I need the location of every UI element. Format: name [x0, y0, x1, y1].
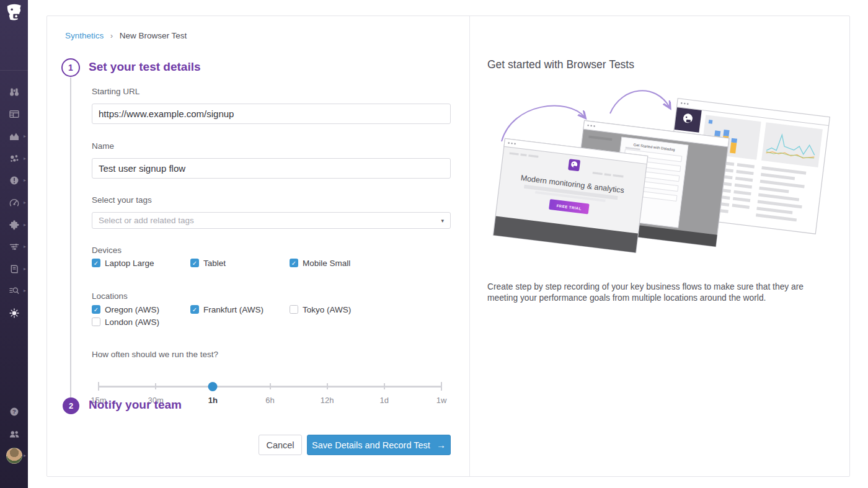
checkbox-icon: ✓: [290, 259, 298, 267]
frequency-option-1d[interactable]: 1d: [380, 396, 389, 405]
checkbox-icon: ✓: [190, 259, 199, 267]
frequency-label: How often should we run the test?: [92, 350, 218, 359]
synthetics-globe-icon: [8, 307, 20, 319]
frequency-option-6h[interactable]: 6h: [265, 396, 274, 405]
arrow-curve-2: [610, 91, 670, 113]
devices-label: Devices: [92, 246, 122, 255]
sidebar-item-synthetics[interactable]: [0, 302, 28, 324]
chevron-right-icon: ▸: [24, 200, 26, 205]
starting-url-input[interactable]: [92, 104, 451, 124]
sidebar: ▸ ▸ ▸ ▸ ▸ ▸ ▸ ▸ ? ▸: [0, 0, 28, 488]
locations-label: Locations: [92, 291, 128, 301]
frequency-option-1w[interactable]: 1w: [436, 396, 447, 405]
chevron-right-icon: ▸: [24, 244, 26, 249]
breadcrumb-current: New Browser Test: [120, 31, 187, 40]
breadcrumb: Synthetics › New Browser Test: [65, 31, 187, 40]
sidebar-item-infrastructure[interactable]: ▸: [0, 148, 28, 170]
slider-tick[interactable]: [270, 383, 271, 389]
slider-tick[interactable]: [441, 382, 442, 391]
sidebar-item-monitors[interactable]: ▸: [0, 169, 28, 192]
save-and-record-button[interactable]: Save Details and Record Test →: [307, 435, 451, 455]
chevron-right-icon: ▸: [24, 156, 26, 161]
device-mobile-small-checkbox[interactable]: ✓ Mobile Small: [290, 257, 350, 268]
checkbox-icon: ✓: [92, 305, 100, 314]
step-1-title: Set your test details: [89, 60, 201, 74]
column-divider: [469, 16, 470, 476]
metrics-chart-icon: [8, 130, 20, 143]
checkbox-icon: [92, 317, 100, 326]
svg-text:?: ?: [12, 408, 16, 415]
checkbox-icon: [290, 305, 298, 314]
right-panel-description: Create step by step recording of your ke…: [487, 282, 827, 304]
sidebar-divider: [0, 70, 28, 71]
name-input[interactable]: [92, 158, 451, 179]
binoculars-icon: [8, 86, 20, 98]
dashboard-icon: [8, 108, 20, 120]
user-avatar: [6, 448, 22, 464]
chevron-right-icon: ▸: [24, 134, 26, 139]
help-icon: ?: [8, 406, 20, 418]
puzzle-icon: [8, 219, 20, 231]
sidebar-item-team[interactable]: [0, 423, 28, 445]
chevron-right-icon: ▸: [24, 178, 26, 183]
tags-placeholder: Select or add related tags: [99, 216, 441, 225]
step-1-badge: 1: [61, 58, 80, 77]
gauge-icon: [8, 197, 20, 209]
browser-tests-illustration: Get Started with Datadog SIGN UP: [484, 81, 835, 278]
step-connector-line: [70, 78, 71, 398]
chevron-right-icon: ▸: [24, 453, 26, 458]
step-2-badge: 2: [63, 397, 79, 414]
sidebar-item-logs[interactable]: ▸: [0, 236, 28, 258]
sidebar-item-user-menu[interactable]: ▸: [0, 445, 28, 467]
sidebar-item-trace-search[interactable]: ▸: [0, 280, 28, 302]
slider-tick[interactable]: [98, 382, 99, 391]
slider-handle[interactable]: [208, 382, 218, 391]
sidebar-item-notebooks[interactable]: ▸: [0, 258, 28, 280]
step-2-title: Notify your team: [89, 398, 182, 412]
frequency-option-1h[interactable]: 1h: [208, 396, 218, 405]
tags-label: Select your tags: [92, 195, 152, 205]
breadcrumb-separator-icon: ›: [110, 32, 113, 40]
sidebar-item-watchdog[interactable]: [0, 81, 28, 103]
arrow-curve-1: [502, 105, 585, 141]
pipeline-filter-icon: [8, 241, 20, 253]
frequency-option-12h[interactable]: 12h: [321, 396, 334, 405]
cancel-button[interactable]: Cancel: [259, 435, 302, 455]
slider-tick[interactable]: [155, 383, 156, 389]
breadcrumb-synthetics-link[interactable]: Synthetics: [65, 31, 104, 40]
notebook-icon: [8, 263, 20, 275]
chevron-down-icon: ▾: [441, 218, 444, 224]
chevron-right-icon: ▸: [24, 267, 26, 272]
checkbox-icon: ✓: [190, 305, 199, 314]
sidebar-item-integrations[interactable]: ▸: [0, 214, 28, 236]
location-london-checkbox[interactable]: London (AWS): [92, 316, 159, 327]
alert-icon: [8, 174, 20, 187]
illustration-marketing-window: Modern monitoring & analytics FREE TRIAL: [493, 138, 647, 252]
slider-tick[interactable]: [327, 383, 328, 389]
name-label: Name: [92, 141, 114, 151]
users-icon: [8, 428, 20, 440]
device-laptop-large-checkbox[interactable]: ✓ Laptop Large: [92, 257, 154, 268]
checkbox-icon: ✓: [92, 259, 100, 267]
sidebar-item-help[interactable]: ?: [0, 401, 28, 423]
chevron-right-icon: ▸: [24, 223, 26, 228]
right-panel-title: Get started with Browser Tests: [487, 58, 634, 71]
datadog-logo[interactable]: [2, 2, 26, 25]
arrow-right-icon: →: [436, 440, 446, 450]
chevron-right-icon: ▸: [24, 288, 26, 293]
slider-tick[interactable]: [384, 383, 385, 389]
starting-url-label: Starting URL: [92, 87, 140, 96]
sidebar-item-apm[interactable]: ▸: [0, 192, 28, 214]
sidebar-item-dashboards[interactable]: [0, 103, 28, 125]
device-tablet-checkbox[interactable]: ✓ Tablet: [190, 257, 226, 268]
infrastructure-icon: [8, 153, 20, 165]
sidebar-item-metrics[interactable]: ▸: [0, 125, 28, 148]
location-tokyo-checkbox[interactable]: Tokyo (AWS): [290, 304, 351, 315]
search-lines-icon: [8, 285, 20, 297]
location-oregon-checkbox[interactable]: ✓ Oregon (AWS): [92, 304, 159, 315]
new-browser-test-card: Synthetics › New Browser Test 1 Set your…: [46, 16, 850, 477]
location-frankfurt-checkbox[interactable]: ✓ Frankfurt (AWS): [190, 304, 264, 315]
tags-select[interactable]: Select or add related tags ▾: [92, 212, 451, 229]
